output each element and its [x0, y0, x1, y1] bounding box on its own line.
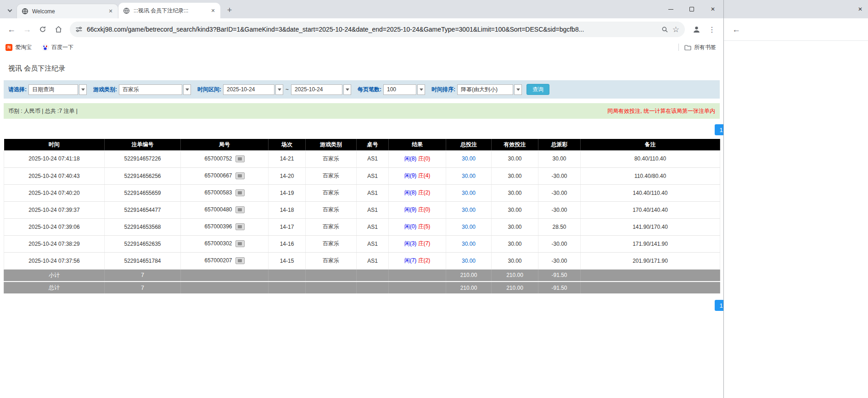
- cell-total-bet: 30.00: [446, 252, 492, 269]
- date-end-value[interactable]: 2025-10-24: [291, 84, 342, 95]
- round-detail-icon[interactable]: [235, 223, 245, 230]
- home-button[interactable]: [50, 22, 66, 37]
- minimize-button[interactable]: [660, 0, 681, 18]
- dropdown-arrow-icon[interactable]: [275, 84, 283, 95]
- column-header: 总投注: [446, 139, 492, 150]
- result-player: 闲(0): [404, 223, 417, 230]
- round-detail-icon[interactable]: [235, 257, 245, 264]
- total-bet-link[interactable]: 30.00: [462, 207, 476, 213]
- table-row: 2025-10-24 07:41:18 522914657226 6570007…: [4, 150, 720, 167]
- bookmarks-separator: [678, 44, 679, 51]
- game-type-value[interactable]: 百家乐: [119, 84, 182, 95]
- result-banker: 庄(0): [418, 155, 431, 162]
- result-player: 闲(3): [404, 240, 417, 247]
- table-row: 2025-10-24 07:38:29 522914652635 6570003…: [4, 235, 720, 252]
- dropdown-arrow-icon[interactable]: [343, 84, 351, 95]
- forward-button[interactable]: →: [19, 22, 35, 37]
- sum-cell: 7: [105, 282, 181, 294]
- cell-game-type: 百家乐: [306, 150, 357, 167]
- total-bet-link[interactable]: 30.00: [462, 190, 476, 196]
- total-bet-link[interactable]: 30.00: [462, 241, 476, 247]
- sort-value[interactable]: 降幂(由大到小): [457, 84, 513, 95]
- page-size-select[interactable]: 100: [383, 84, 425, 95]
- search-button[interactable]: 查询: [526, 84, 549, 95]
- chevron-down-icon: [7, 7, 12, 12]
- cell-valid-bet: 30.00: [492, 218, 538, 235]
- tab-bet-records[interactable]: :::视讯 会员下注纪录::: ✕: [118, 3, 220, 18]
- close-button[interactable]: ✕: [702, 0, 723, 18]
- total-bet-link[interactable]: 30.00: [462, 224, 476, 230]
- query-type-select[interactable]: 日期查询: [28, 84, 87, 95]
- total-bet-link[interactable]: 30.00: [462, 173, 476, 179]
- cell-total-bet: 30.00: [446, 150, 492, 167]
- cell-table-number: AS1: [357, 184, 389, 201]
- table-row: 2025-10-24 07:39:37 522914654477 6570004…: [4, 201, 720, 218]
- dropdown-arrow-icon[interactable]: [183, 84, 191, 95]
- browser-menu-button[interactable]: ⋮: [704, 22, 720, 37]
- column-header: 备注: [581, 139, 720, 150]
- dropdown-arrow-icon[interactable]: [417, 84, 425, 95]
- tab-welcome[interactable]: Welcome ✕: [17, 4, 118, 18]
- tab-search-button[interactable]: [3, 3, 17, 18]
- cell-table-number: AS1: [357, 218, 389, 235]
- back-button[interactable]: ←: [728, 22, 744, 37]
- column-header: 结果: [389, 139, 446, 150]
- cell-remark: 171.90/141.90: [581, 235, 720, 252]
- query-type-value[interactable]: 日期查询: [28, 84, 78, 95]
- round-detail-icon[interactable]: [235, 206, 245, 213]
- cell-session: 14-19: [269, 184, 306, 201]
- maximize-button[interactable]: [681, 0, 702, 18]
- page-number-button[interactable]: 1: [715, 124, 723, 135]
- page-size-value[interactable]: 100: [383, 84, 416, 95]
- cell-round-number: 657000667: [181, 167, 269, 184]
- round-detail-icon[interactable]: [235, 189, 245, 196]
- round-detail-icon[interactable]: [235, 240, 245, 247]
- total-bet-link[interactable]: 30.00: [462, 258, 476, 264]
- round-detail-icon[interactable]: [235, 172, 245, 179]
- date-start-select[interactable]: 2025-10-24: [223, 84, 283, 95]
- round-detail-icon[interactable]: [235, 155, 245, 162]
- table-row: 2025-10-24 07:37:56 522914651784 6570002…: [4, 252, 720, 269]
- profile-button[interactable]: [689, 22, 704, 37]
- zoom-icon[interactable]: [661, 26, 668, 33]
- sum-cell: 210.00: [446, 282, 492, 294]
- new-tab-button[interactable]: +: [223, 4, 236, 17]
- cell-total-bet: 30.00: [446, 201, 492, 218]
- page-number-button[interactable]: 1: [715, 300, 723, 311]
- game-type-select[interactable]: 百家乐: [119, 84, 191, 95]
- total-bet-link[interactable]: 30.00: [462, 155, 476, 162]
- dropdown-arrow-icon[interactable]: [79, 84, 87, 95]
- sum-cell: [389, 269, 446, 282]
- all-bookmarks-button[interactable]: 所有书签: [684, 44, 716, 51]
- result-player: 闲(8): [404, 189, 417, 196]
- cell-bet-number: 522914656256: [105, 167, 181, 184]
- close-button[interactable]: ✕: [853, 0, 867, 18]
- refresh-button[interactable]: [35, 22, 50, 37]
- cell-session: 14-16: [269, 235, 306, 252]
- bookmark-baidu[interactable]: 百度一下: [42, 44, 73, 51]
- bookmark-taobao[interactable]: 淘 爱淘宝: [6, 44, 32, 51]
- site-settings-icon[interactable]: [75, 26, 83, 33]
- address-bar[interactable]: 66cxkj98.com/game/betrecord_search/kind3…: [70, 22, 685, 37]
- summary-bar: 币别 : 人民币 | 总共 :7 注单 | 同局有效投注, 统一计算在该局第一张…: [4, 103, 720, 119]
- date-end-select[interactable]: 2025-10-24: [291, 84, 351, 95]
- cell-round-number: 657000207: [181, 252, 269, 269]
- table-row: 2025-10-24 07:40:20 522914655659 6570005…: [4, 184, 720, 201]
- dropdown-arrow-icon[interactable]: [514, 84, 522, 95]
- sort-select[interactable]: 降幂(由大到小): [457, 84, 522, 95]
- cell-result: 闲(9) 庄(0): [389, 201, 446, 218]
- sum-cell: 7: [105, 269, 181, 282]
- browser-toolbar: ← → 66cxkj98.com/game/betrecord_search/k…: [0, 18, 723, 40]
- cell-bet-number: 522914655659: [105, 184, 181, 201]
- cell-valid-bet: 30.00: [492, 150, 538, 167]
- bookmark-star-icon[interactable]: ☆: [672, 25, 679, 34]
- cell-total-bet: 30.00: [446, 167, 492, 184]
- date-range-label: 时间区间:: [197, 86, 221, 94]
- tab-close-icon[interactable]: ✕: [107, 8, 114, 15]
- tab-close-icon[interactable]: ✕: [209, 7, 217, 14]
- url-text[interactable]: 66cxkj98.com/game/betrecord_search/kind3…: [87, 26, 657, 33]
- refresh-icon: [39, 26, 46, 33]
- window-controls: ✕: [660, 0, 723, 18]
- date-start-value[interactable]: 2025-10-24: [223, 84, 274, 95]
- back-button[interactable]: ←: [4, 22, 19, 37]
